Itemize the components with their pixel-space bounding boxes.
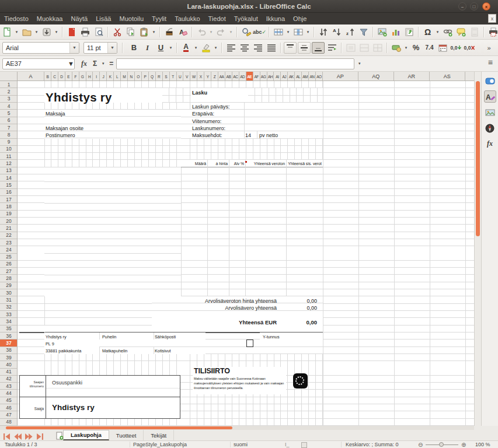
open-file-dropdown[interactable]: ▾ bbox=[33, 30, 40, 34]
column-header-AN[interactable]: AN bbox=[309, 72, 316, 81]
zoom-level[interactable]: 100 % bbox=[475, 442, 490, 447]
menu-näytä[interactable]: Näytä bbox=[67, 13, 92, 24]
column-header-V[interactable]: V bbox=[183, 72, 190, 81]
row-header-29[interactable]: 29 bbox=[0, 282, 18, 289]
insert-columns-dropdown[interactable]: ▾ bbox=[305, 30, 311, 34]
align-center-vertically-button[interactable] bbox=[298, 42, 311, 54]
row-header-22[interactable]: 22 bbox=[0, 232, 18, 239]
column-header-S[interactable]: S bbox=[163, 72, 170, 81]
row-headers[interactable]: 1234567891011121314151617181920212223242… bbox=[0, 81, 18, 426]
copy-icon[interactable] bbox=[124, 26, 137, 38]
column-header-AS[interactable]: AS bbox=[430, 72, 465, 81]
italic-button[interactable]: I bbox=[141, 41, 154, 54]
row-header-36[interactable]: 36 bbox=[0, 332, 18, 340]
insert-hyperlink-icon[interactable] bbox=[441, 26, 454, 38]
column-headers[interactable]: ABCDEFGHIJKLMNOPQRSTUVWXYZAAABACADAEAFAG… bbox=[18, 72, 474, 81]
highlight-color-button[interactable] bbox=[199, 41, 213, 54]
column-header-AM[interactable]: AM bbox=[302, 72, 309, 81]
currency-format-icon[interactable] bbox=[389, 41, 403, 54]
menu-taulukko[interactable]: Taulukko bbox=[170, 13, 204, 24]
row-header-16[interactable]: 16 bbox=[0, 189, 18, 196]
row-header-4[interactable]: 4 bbox=[0, 103, 18, 110]
name-box[interactable]: AE37 ▼ bbox=[2, 58, 75, 69]
expand-formula-bar[interactable]: ▾ bbox=[356, 61, 363, 66]
row-header-43[interactable]: 43 bbox=[0, 383, 18, 390]
sidebar-gallery-icon[interactable] bbox=[484, 106, 496, 118]
align-bottom-button[interactable] bbox=[312, 42, 325, 54]
underline-button[interactable]: U bbox=[154, 41, 168, 54]
column-header-AO[interactable]: AO bbox=[316, 72, 323, 81]
date-format-icon[interactable] bbox=[436, 41, 450, 54]
column-header-R[interactable]: R bbox=[156, 72, 163, 81]
row-header-1[interactable]: 1 bbox=[0, 81, 18, 88]
column-header-H[interactable]: H bbox=[86, 72, 93, 81]
row-header-7[interactable]: 7 bbox=[0, 124, 18, 131]
column-header-D[interactable]: D bbox=[58, 72, 65, 81]
column-header-K[interactable]: K bbox=[107, 72, 114, 81]
sum-icon[interactable]: Σ bbox=[90, 60, 100, 68]
column-header-L[interactable]: L bbox=[114, 72, 121, 81]
column-header-AH[interactable]: AH bbox=[267, 72, 274, 81]
vertical-scrollbar[interactable] bbox=[474, 72, 481, 426]
print-area-icon[interactable] bbox=[486, 26, 498, 38]
column-header-I[interactable]: I bbox=[93, 72, 100, 81]
insert-mode-icon[interactable]: I_ bbox=[285, 442, 290, 447]
toolbar-overflow-button-2[interactable]: » bbox=[482, 41, 496, 54]
column-header-AE[interactable]: AE bbox=[246, 72, 253, 81]
new-document-dropdown[interactable]: ▾ bbox=[13, 30, 20, 34]
row-header-42[interactable]: 42 bbox=[0, 376, 18, 383]
minimize-button[interactable]: – bbox=[458, 2, 466, 10]
sidebar-navigator-icon[interactable] bbox=[484, 122, 496, 134]
row-header-38[interactable]: 38 bbox=[0, 347, 18, 354]
sheet-tab-tuotteet[interactable]: Tuotteet bbox=[109, 430, 144, 440]
row-header-25[interactable]: 25 bbox=[0, 254, 18, 261]
row-header-45[interactable]: 45 bbox=[0, 397, 18, 404]
menu-ohje[interactable]: Ohje bbox=[289, 13, 311, 24]
font-name-combo[interactable]: Arial ▼ bbox=[2, 42, 79, 54]
row-header-39[interactable]: 39 bbox=[0, 354, 18, 361]
redo-icon[interactable] bbox=[214, 26, 228, 38]
vertical-scrollbar-thumb[interactable] bbox=[476, 81, 480, 236]
column-header-AB[interactable]: AB bbox=[225, 72, 232, 81]
maximize-button[interactable]: □ bbox=[470, 2, 478, 10]
column-header-AF[interactable]: AF bbox=[253, 72, 260, 81]
save-icon[interactable] bbox=[40, 26, 53, 38]
merge-center-cells-icon[interactable] bbox=[344, 41, 357, 54]
row-header-48[interactable]: 48 bbox=[0, 419, 18, 426]
row-header-13[interactable]: 13 bbox=[0, 167, 18, 174]
autofilter-icon[interactable] bbox=[357, 26, 370, 38]
column-header-AL[interactable]: AL bbox=[295, 72, 302, 81]
column-header-Z[interactable]: Z bbox=[211, 72, 218, 81]
column-header-AA[interactable]: AA bbox=[218, 72, 225, 81]
currency-format-dropdown[interactable]: ▾ bbox=[403, 46, 409, 50]
column-header-AP[interactable]: AP bbox=[323, 72, 358, 81]
row-header-5[interactable]: 5 bbox=[0, 110, 18, 117]
row-header-17[interactable]: 17 bbox=[0, 196, 18, 203]
insert-image-icon[interactable] bbox=[375, 26, 389, 38]
menu-tiedosto[interactable]: Tiedosto bbox=[0, 13, 33, 24]
font-size-combo[interactable]: 11 pt ▼ bbox=[83, 42, 117, 54]
paste-dropdown[interactable]: ▾ bbox=[151, 30, 157, 34]
column-header-AG[interactable]: AG bbox=[260, 72, 267, 81]
print-preview-icon[interactable] bbox=[92, 26, 105, 38]
row-header-47[interactable]: 47 bbox=[0, 411, 18, 418]
menu-tiedot[interactable]: Tiedot bbox=[204, 13, 230, 24]
find-replace-icon[interactable] bbox=[239, 26, 253, 38]
bold-button[interactable]: B bbox=[127, 41, 141, 54]
number-format-icon[interactable]: 7.4 bbox=[423, 41, 436, 54]
row-header-40[interactable]: 40 bbox=[0, 361, 18, 368]
font-color-button[interactable]: A bbox=[179, 41, 193, 54]
row-header-24[interactable]: 24 bbox=[0, 246, 18, 253]
align-top-button[interactable] bbox=[284, 42, 297, 54]
row-header-28[interactable]: 28 bbox=[0, 275, 18, 282]
row-header-14[interactable]: 14 bbox=[0, 174, 18, 181]
new-document-icon[interactable] bbox=[0, 26, 13, 38]
column-header-U[interactable]: U bbox=[177, 72, 184, 81]
insert-chart-icon[interactable] bbox=[389, 26, 402, 38]
underline-dropdown[interactable]: ▾ bbox=[168, 46, 174, 50]
column-header-AK[interactable]: AK bbox=[288, 72, 295, 81]
close-document-button[interactable]: x bbox=[488, 14, 496, 23]
row-header-19[interactable]: 19 bbox=[0, 211, 18, 218]
delete-decimal-icon[interactable]: 0,0 bbox=[463, 41, 476, 54]
export-pdf-icon[interactable] bbox=[65, 26, 78, 38]
